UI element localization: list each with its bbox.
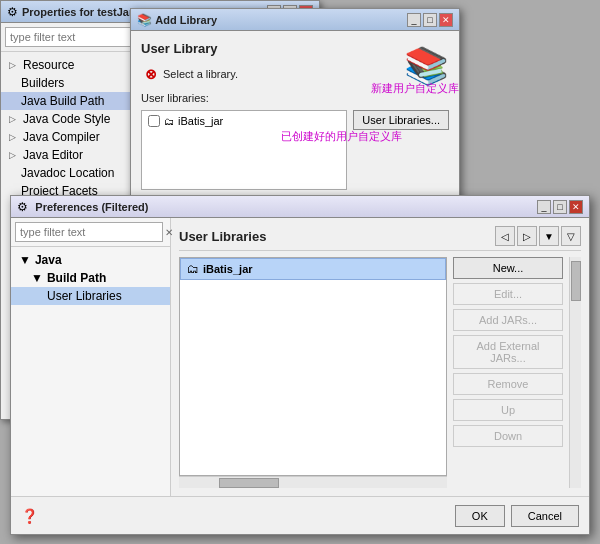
prefs-section-title: User Libraries	[179, 229, 266, 244]
tree-label: Build Path	[47, 271, 106, 285]
toolbar-down-btn[interactable]: ▼	[539, 226, 559, 246]
up-button[interactable]: Up	[453, 399, 563, 421]
toolbar-back-btn[interactable]: ◁	[495, 226, 515, 246]
tree-label: Java Build Path	[21, 94, 104, 108]
tree-arrow-icon: ▼	[19, 253, 31, 267]
add-library-icon: 📚	[137, 13, 152, 27]
tree-arrow-icon: ▼	[31, 271, 43, 285]
prefs-filter-input[interactable]	[15, 222, 163, 242]
properties-title: Properties for testJar	[22, 6, 133, 18]
scrollbar-thumb[interactable]	[571, 261, 581, 301]
user-library-header: User Library	[141, 41, 449, 56]
preferences-window: ⚙ Preferences (Filtered) _ □ ✕ ✕ ▼ Java …	[10, 195, 590, 535]
ok-button[interactable]: OK	[455, 505, 505, 527]
down-button[interactable]: Down	[453, 425, 563, 447]
preferences-footer: ❓ OK Cancel	[11, 496, 589, 534]
pref-close-button[interactable]: ✕	[569, 200, 583, 214]
user-libraries-main-list[interactable]: 🗂 iBatis_jar	[179, 257, 447, 476]
prefs-tree-item-user-libraries[interactable]: User Libraries	[11, 287, 170, 305]
prefs-tree: ▼ Java ▼ Build Path User Libraries	[11, 247, 170, 496]
lib-name: iBatis_jar	[203, 263, 253, 275]
remove-button[interactable]: Remove	[453, 373, 563, 395]
help-icon[interactable]: ❓	[21, 508, 38, 524]
user-lib-row[interactable]: 🗂 iBatis_jar	[180, 258, 446, 280]
lib-checkbox[interactable]	[148, 115, 160, 127]
arrow-icon: ▷	[9, 150, 19, 160]
list-item[interactable]: 🗂 iBatis_jar	[144, 113, 344, 129]
new-button[interactable]: New...	[453, 257, 563, 279]
preferences-sidebar: ✕ ▼ Java ▼ Build Path User Libraries	[11, 218, 171, 496]
arrow-icon: ▷	[9, 132, 19, 142]
arrow-icon: ▷	[9, 60, 19, 70]
al-maximize-button[interactable]: □	[423, 13, 437, 27]
properties-title-icon: ⚙	[7, 5, 18, 19]
cancel-button[interactable]: Cancel	[511, 505, 579, 527]
user-libraries-list[interactable]: 🗂 iBatis_jar	[141, 110, 347, 190]
edit-button[interactable]: Edit...	[453, 283, 563, 305]
tree-label: User Libraries	[47, 289, 122, 303]
toolbar-forward-btn[interactable]: ▷	[517, 226, 537, 246]
arrow-icon: ▷	[9, 114, 19, 124]
prefs-tree-item-java[interactable]: ▼ Java	[11, 251, 170, 269]
action-buttons-panel: New... Edit... Add JARs... Add External …	[453, 257, 563, 488]
add-external-jars-button[interactable]: Add External JARs...	[453, 335, 563, 369]
preferences-titlebar: ⚙ Preferences (Filtered) _ □ ✕	[11, 196, 589, 218]
lib-name: iBatis_jar	[178, 115, 223, 127]
add-library-title: Add Library	[155, 14, 217, 26]
user-libraries-button[interactable]: User Libraries...	[353, 110, 449, 130]
tree-label: Builders	[21, 76, 64, 90]
lib-icon: 🗂	[164, 116, 174, 127]
horizontal-scrollbar[interactable]	[179, 476, 447, 488]
tree-label: Java Code Style	[23, 112, 110, 126]
al-minimize-button[interactable]: _	[407, 13, 421, 27]
tree-label: Java Editor	[23, 148, 83, 162]
al-close-button[interactable]: ✕	[439, 13, 453, 27]
tree-label: Javadoc Location	[21, 166, 114, 180]
add-library-titlebar: 📚 Add Library _ □ ✕	[131, 9, 459, 31]
pref-maximize-button[interactable]: □	[553, 200, 567, 214]
tree-label: Java	[35, 253, 62, 267]
footer-buttons: OK Cancel	[455, 505, 579, 527]
pref-minimize-button[interactable]: _	[537, 200, 551, 214]
prefs-tree-item-build-path[interactable]: ▼ Build Path	[11, 269, 170, 287]
preferences-title: Preferences (Filtered)	[35, 201, 148, 213]
prefs-icon: ⚙	[17, 200, 28, 214]
preferences-body: ✕ ▼ Java ▼ Build Path User Libraries Use…	[11, 218, 589, 496]
prefs-toolbar: ◁ ▷ ▼ ▽	[495, 226, 581, 246]
scrollbar-thumb[interactable]	[219, 478, 279, 488]
prefs-main-header: User Libraries ◁ ▷ ▼ ▽	[179, 226, 581, 251]
prefs-content: 🗂 iBatis_jar New... Edit... Add JARs... …	[179, 257, 581, 488]
book-icon-large: 📚	[404, 45, 449, 87]
list-container: 🗂 iBatis_jar	[179, 257, 447, 488]
lib-icon: 🗂	[187, 262, 199, 276]
add-jars-button[interactable]: Add JARs...	[453, 309, 563, 331]
tree-label: Resource	[23, 58, 74, 72]
toolbar-menu-btn[interactable]: ▽	[561, 226, 581, 246]
prefs-filter-row: ✕	[11, 218, 170, 247]
tree-label: Java Compiler	[23, 130, 100, 144]
error-message: Select a library.	[163, 68, 238, 80]
preferences-main: User Libraries ◁ ▷ ▼ ▽ 🗂 iBatis_jar	[171, 218, 589, 496]
vertical-scrollbar[interactable]	[569, 257, 581, 488]
user-libraries-label: User libraries:	[141, 92, 449, 104]
error-icon: ⊗	[145, 66, 157, 82]
